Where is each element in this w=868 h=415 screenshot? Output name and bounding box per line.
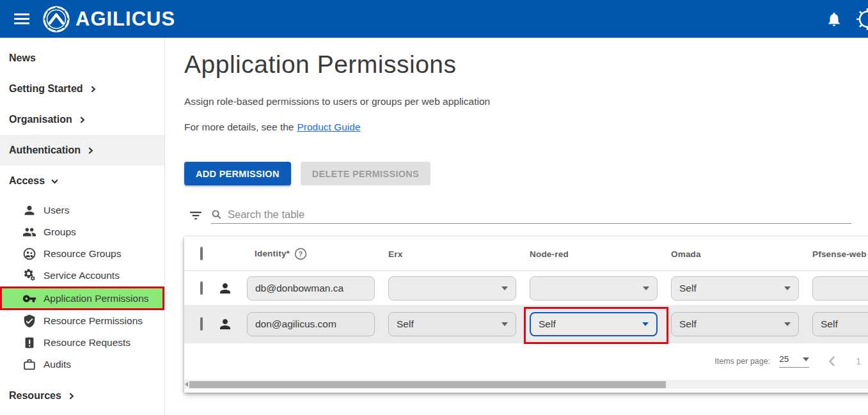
page-indicator: 1	[856, 356, 861, 366]
node-red-role-dropdown[interactable]	[530, 276, 658, 301]
person-icon	[217, 317, 233, 332]
help-icon[interactable]: ?	[294, 247, 307, 260]
request-alert-icon	[22, 335, 37, 350]
sidebar-item-label: Getting Started	[9, 83, 83, 95]
dropdown-caret-icon	[643, 286, 649, 290]
erx-role-dropdown[interactable]: Self	[388, 312, 516, 336]
sidebar-item-resource-permissions[interactable]: Resource Permissions	[0, 310, 164, 332]
key-icon	[22, 291, 37, 306]
scroll-left-arrow-icon[interactable]	[185, 382, 188, 387]
chevron-right-icon	[86, 146, 95, 155]
page-subtitle: Assign role-based permissions to users o…	[184, 96, 490, 107]
items-per-page-label: Items per page:	[714, 357, 770, 366]
dropdown-caret-icon	[803, 357, 809, 361]
items-per-page-select[interactable]: 25	[779, 354, 809, 368]
chevron-right-icon	[89, 85, 97, 93]
add-permission-button[interactable]: ADD PERMISSION	[184, 162, 291, 185]
sidebar-item-label: Resource Groups	[43, 248, 121, 260]
table-header-row: Identity* ? Erx Node-red Omada Pfsense-w…	[184, 237, 868, 271]
sidebar-item-label: Users	[43, 205, 69, 216]
dropdown-caret-icon	[642, 322, 649, 326]
items-per-page-value: 25	[779, 354, 789, 364]
select-all-checkbox[interactable]	[200, 247, 203, 260]
topbar: AGILICUS	[0, 0, 868, 38]
chevron-right-icon	[67, 392, 75, 400]
row-checkbox[interactable]	[200, 281, 203, 295]
sidebar-item-label: Resources	[9, 390, 61, 402]
person-icon	[217, 281, 233, 296]
erx-role-dropdown[interactable]	[388, 276, 516, 301]
column-header-node-red: Node-red	[530, 249, 569, 258]
dropdown-caret-icon	[501, 286, 508, 290]
sidebar-item-label: Service Accounts	[43, 270, 120, 281]
people-icon	[22, 224, 37, 240]
service-gears-icon	[22, 268, 37, 283]
dropdown-caret-icon	[784, 322, 791, 326]
sidebar-item-application-permissions[interactable]: Application Permissions	[0, 286, 164, 310]
delete-permissions-button[interactable]: DELETE PERMISSIONS	[301, 162, 430, 185]
sidebar-item-label: Resource Requests	[43, 337, 130, 348]
column-header-identity: Identity* ?	[255, 247, 307, 260]
sidebar-item-authentication[interactable]: Authentication	[0, 135, 164, 166]
identity-field[interactable]: db@donbowman.ca	[247, 276, 375, 301]
sidebar-item-resource-requests[interactable]: Resource Requests	[0, 332, 164, 354]
filter-icon[interactable]	[189, 211, 202, 220]
scrollbar-thumb[interactable]	[189, 381, 666, 388]
sidebar-item-label: Audits	[43, 359, 71, 370]
sidebar-item-users[interactable]: Users	[0, 200, 164, 221]
dropdown-caret-icon	[501, 322, 508, 326]
sidebar-item-getting-started[interactable]: Getting Started	[0, 74, 164, 104]
sidebar-item-resources[interactable]: Resources	[0, 380, 164, 411]
table-search-row	[184, 203, 851, 224]
row-checkbox[interactable]	[200, 317, 203, 331]
agilicus-logo: AGILICUS	[42, 5, 175, 33]
sidebar-item-news[interactable]: News	[0, 43, 164, 74]
permissions-table: Identity* ? Erx Node-red Omada Pfsense-w…	[184, 237, 868, 393]
access-submenu: Users Groups Resource Groups	[0, 200, 164, 375]
search-input[interactable]	[228, 208, 851, 221]
search-icon	[211, 209, 222, 220]
svg-text:?: ?	[299, 250, 303, 258]
pfsense-web-role-dropdown[interactable]	[812, 276, 868, 301]
sidebar-item-label: Organisation	[9, 114, 72, 125]
sidebar-item-label: Resource Permissions	[43, 315, 143, 327]
briefcase-icon	[22, 357, 37, 372]
column-header-pfsense-web: Pfsense-web	[812, 249, 867, 258]
resource-groups-icon	[22, 246, 37, 262]
previous-page-icon[interactable]	[828, 356, 835, 367]
chevron-down-icon	[51, 177, 59, 185]
horizontal-scrollbar[interactable]	[184, 380, 868, 389]
sidebar-item-audits[interactable]: Audits	[0, 354, 164, 375]
sidebar-item-label: Application Permissions	[43, 293, 149, 304]
page-title: Application Permissions	[184, 51, 457, 79]
column-header-erx: Erx	[388, 249, 402, 258]
details-prefix: For more details, see the	[184, 121, 294, 132]
sidebar-item-label: Authentication	[9, 145, 81, 156]
table-footer-row: Items per page: 25 1	[184, 343, 868, 379]
sidebar-item-organisation[interactable]: Organisation	[0, 104, 164, 135]
shield-check-icon	[22, 313, 37, 329]
details-line: For more details, see theProduct Guide	[184, 121, 361, 133]
node-red-role-dropdown[interactable]: Self	[530, 312, 658, 336]
sidebar-item-groups[interactable]: Groups	[0, 221, 164, 243]
sidebar-item-access[interactable]: Access	[0, 166, 164, 196]
sidebar-item-label: Groups	[43, 226, 76, 238]
paginator: Items per page: 25 1	[714, 343, 861, 379]
omada-role-dropdown[interactable]: Self	[671, 312, 799, 336]
identity-field[interactable]: don@agilicus.com	[247, 312, 375, 336]
pfsense-web-role-dropdown[interactable]: Self	[812, 312, 868, 336]
sidebar-item-resource-groups[interactable]: Resource Groups	[0, 243, 164, 265]
bell-icon[interactable]	[826, 11, 842, 27]
hamburger-menu-icon[interactable]	[14, 13, 31, 26]
sidebar-item-service-accounts[interactable]: Service Accounts	[0, 265, 164, 286]
omada-role-dropdown[interactable]: Self	[671, 276, 799, 301]
brand-title: AGILICUS	[75, 8, 175, 31]
sidebar-item-label: News	[9, 52, 36, 64]
helm-icon-partial[interactable]	[856, 8, 868, 31]
person-icon	[22, 203, 37, 218]
table-row: don@agilicus.com Self Self Self Self	[184, 305, 868, 343]
product-guide-link[interactable]: Product Guide	[297, 121, 360, 132]
main-content: Application Permissions Assign role-base…	[166, 38, 868, 415]
chevron-right-icon	[78, 116, 86, 124]
sidebar-item-label: Access	[9, 175, 45, 187]
